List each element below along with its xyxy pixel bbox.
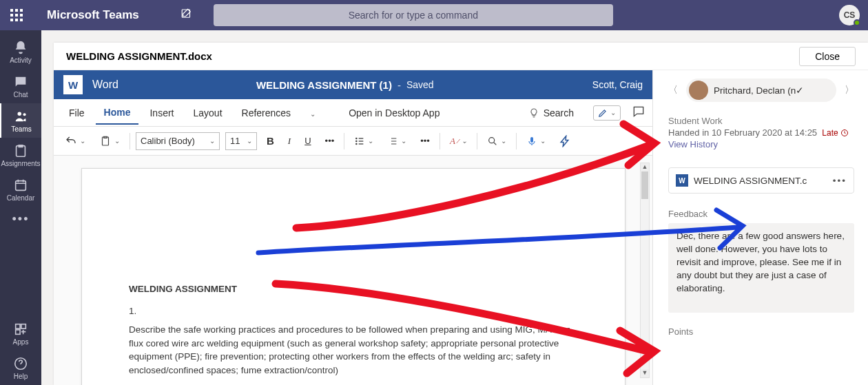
rail-assignments[interactable]: Assignments bbox=[0, 138, 41, 172]
attachment-more-icon[interactable]: ••• bbox=[833, 176, 847, 186]
designer-button[interactable] bbox=[555, 132, 576, 150]
comments-icon[interactable] bbox=[632, 105, 645, 121]
svg-rect-15 bbox=[359, 143, 364, 144]
bulb-icon bbox=[528, 107, 539, 118]
svg-rect-7 bbox=[16, 329, 20, 333]
svg-rect-13 bbox=[359, 138, 364, 138]
search-input[interactable]: Search for or type a command bbox=[214, 4, 613, 26]
rail-chat[interactable]: Chat bbox=[0, 69, 41, 103]
view-history-link[interactable]: View History bbox=[668, 139, 854, 149]
rail-apps[interactable]: Apps bbox=[0, 316, 41, 351]
bullets-button[interactable]: ⌄ bbox=[350, 133, 378, 149]
rail-teams[interactable]: Teams bbox=[0, 103, 41, 138]
app-title: Microsoft Teams bbox=[47, 8, 139, 22]
search-placeholder: Search for or type a command bbox=[349, 10, 478, 21]
styles-button[interactable]: A⁄⌄ bbox=[446, 133, 471, 149]
tab-home[interactable]: Home bbox=[96, 101, 139, 125]
handed-in-text: Handed in 10 February 2020 at 14:25 bbox=[668, 127, 817, 138]
tab-more[interactable]: ⌄ bbox=[302, 102, 324, 124]
svg-point-10 bbox=[355, 137, 358, 139]
svg-rect-6 bbox=[21, 324, 25, 328]
content-area: WELDING ASSIGNMENT.docx Close W Word WEL… bbox=[41, 30, 868, 385]
more-font-button[interactable]: ••• bbox=[321, 133, 339, 149]
tab-file[interactable]: File bbox=[61, 102, 93, 124]
student-chip[interactable]: Pritchard, Declan (n✓ bbox=[686, 79, 836, 102]
italic-button[interactable]: I bbox=[284, 133, 295, 149]
more-para-button[interactable]: ••• bbox=[416, 133, 434, 149]
tab-layout[interactable]: Layout bbox=[185, 102, 230, 124]
word-editor: W Word WELDING ASSIGNMENT (1) - Saved Sc… bbox=[54, 70, 653, 385]
student-name: Pritchard, Declan (n✓ bbox=[714, 85, 804, 96]
clipboard-button[interactable]: ⌄ bbox=[95, 132, 124, 150]
student-avatar bbox=[689, 81, 708, 100]
find-button[interactable]: ⌄ bbox=[483, 133, 510, 149]
points-label: Points bbox=[668, 326, 854, 337]
svg-point-11 bbox=[355, 140, 358, 142]
ribbon-tabs: File Home Insert Layout References ⌄ Ope… bbox=[54, 99, 652, 127]
word-file-icon: W bbox=[676, 174, 688, 187]
question-number: 1. bbox=[129, 304, 578, 318]
tell-me[interactable]: Search bbox=[520, 102, 582, 124]
rail-calendar[interactable]: Calendar bbox=[0, 172, 41, 207]
svg-rect-5 bbox=[16, 324, 20, 328]
close-button[interactable]: Close bbox=[799, 47, 856, 66]
next-student-icon[interactable]: 〉 bbox=[845, 84, 854, 96]
late-badge: Late bbox=[822, 128, 848, 138]
open-in-desktop[interactable]: Open in Desktop App bbox=[340, 102, 448, 124]
scroll-down-icon[interactable]: ▼ bbox=[641, 369, 649, 377]
ellipsis-icon: ••• bbox=[12, 212, 30, 227]
left-rail: Activity Chat Teams Assignments Calendar… bbox=[0, 30, 41, 385]
profile-avatar[interactable]: CS bbox=[839, 5, 860, 25]
clock-icon bbox=[840, 129, 849, 137]
doc-heading: WELDING ASSIGNMENT bbox=[129, 282, 578, 296]
ribbon-toolbar: ⌄ ⌄ Calibri (Body)⌄ 11⌄ B I U ••• ⌄ ⌄ ••… bbox=[54, 127, 652, 156]
attachment-name: WELDING ASSIGNMENT.c bbox=[694, 176, 807, 186]
vertical-scrollbar[interactable]: ▲ ▼ bbox=[640, 163, 650, 378]
font-size-select[interactable]: 11⌄ bbox=[225, 132, 257, 150]
feedback-textarea[interactable]: Dec, there are a few good answers here, … bbox=[668, 223, 854, 313]
svg-rect-17 bbox=[530, 137, 533, 143]
rail-help[interactable]: Help bbox=[0, 351, 41, 385]
question-text: Describe the safe working practices and … bbox=[129, 323, 578, 377]
compose-icon[interactable] bbox=[180, 8, 193, 23]
editing-mode[interactable]: ⌄ bbox=[593, 105, 621, 121]
feedback-label: Feedback bbox=[668, 209, 854, 219]
font-select[interactable]: Calibri (Body)⌄ bbox=[136, 132, 220, 150]
tab-header: WELDING ASSIGNMENT.docx Close bbox=[54, 43, 868, 70]
dictate-button[interactable]: ⌄ bbox=[522, 133, 550, 149]
feedback-panel: 〈 Pritchard, Declan (n✓ 〉 Student Work H… bbox=[653, 70, 868, 385]
rail-activity[interactable]: Activity bbox=[0, 34, 41, 69]
app-launcher-icon[interactable] bbox=[0, 0, 33, 30]
word-titlebar: W Word WELDING ASSIGNMENT (1) - Saved Sc… bbox=[54, 70, 652, 99]
svg-point-12 bbox=[355, 143, 358, 145]
presence-dot bbox=[854, 19, 860, 26]
tab-references[interactable]: References bbox=[234, 102, 300, 124]
document-canvas[interactable]: WELDING ASSIGNMENT 1. Describe the safe … bbox=[54, 156, 652, 385]
svg-rect-14 bbox=[359, 141, 364, 141]
scroll-thumb[interactable] bbox=[641, 171, 648, 199]
pen-icon bbox=[598, 108, 608, 118]
svg-point-16 bbox=[489, 137, 495, 143]
word-app-name: Word bbox=[92, 79, 118, 91]
tab-insert[interactable]: Insert bbox=[141, 102, 182, 124]
word-doc-name[interactable]: WELDING ASSIGNMENT (1) bbox=[256, 79, 392, 91]
word-save-status: Saved bbox=[406, 79, 434, 90]
bold-button[interactable]: B bbox=[262, 132, 278, 149]
undo-button[interactable]: ⌄ bbox=[61, 132, 90, 150]
svg-rect-4 bbox=[16, 180, 26, 190]
numbering-button[interactable]: ⌄ bbox=[383, 133, 411, 149]
word-user: Scott, Craig bbox=[592, 79, 643, 90]
svg-point-2 bbox=[23, 113, 26, 116]
document-page[interactable]: WELDING ASSIGNMENT 1. Describe the safe … bbox=[81, 168, 626, 385]
teams-topbar: Microsoft Teams Search for or type a com… bbox=[0, 0, 868, 30]
attachment-item[interactable]: W WELDING ASSIGNMENT.c ••• bbox=[668, 167, 854, 194]
underline-button[interactable]: U bbox=[300, 133, 315, 149]
student-work-label: Student Work bbox=[668, 116, 854, 126]
scroll-up-icon[interactable]: ▲ bbox=[641, 163, 649, 171]
document-title: WELDING ASSIGNMENT.docx bbox=[66, 50, 212, 62]
prev-student-icon[interactable]: 〈 bbox=[668, 84, 678, 96]
word-app-icon: W bbox=[63, 75, 83, 94]
svg-point-1 bbox=[18, 112, 22, 116]
rail-more[interactable]: ••• bbox=[0, 207, 41, 231]
